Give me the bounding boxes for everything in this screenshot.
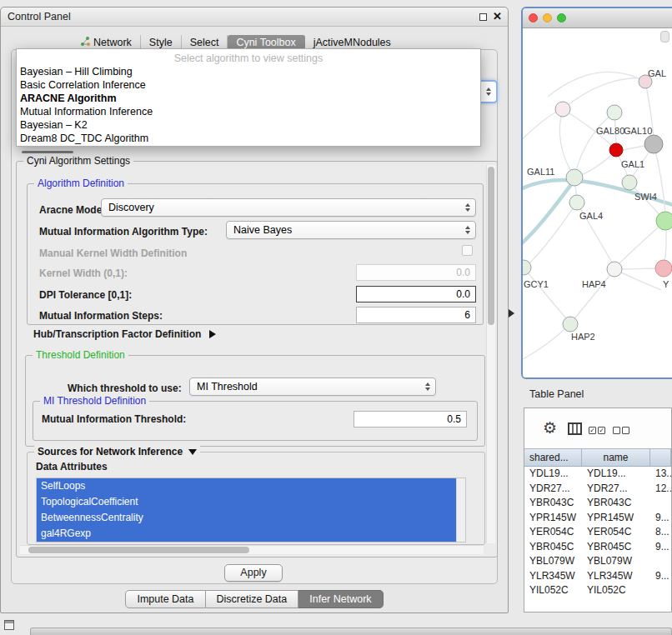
zoom-traffic-light[interactable] — [557, 13, 566, 22]
tab-network[interactable]: Network — [73, 35, 141, 50]
algorithm-option[interactable]: ARACNE Algorithm — [17, 92, 480, 105]
minimized-window-icon[interactable] — [4, 620, 14, 630]
network-node[interactable] — [569, 195, 584, 210]
dpi-tolerance-field[interactable]: 0.0 — [356, 286, 476, 302]
combo-arrows-icon — [486, 88, 491, 96]
network-node[interactable] — [555, 102, 570, 117]
manual-kernel-checkbox[interactable] — [462, 245, 473, 256]
network-edge — [548, 72, 645, 97]
network-window-titlebar[interactable] — [523, 8, 672, 28]
list-scrollbar[interactable] — [456, 478, 465, 542]
column-header[interactable]: shared... — [524, 449, 582, 466]
network-node[interactable] — [622, 175, 637, 190]
network-node[interactable] — [563, 317, 578, 332]
scrollbar-thumb[interactable] — [488, 167, 494, 325]
algorithm-option[interactable]: Dream8 DC_TDC Algorithm — [17, 132, 480, 145]
network-tab-icon — [81, 37, 90, 48]
network-edge — [563, 78, 641, 109]
network-edge — [622, 268, 656, 269]
mi-threshold-group-title: MI Threshold Definition — [40, 395, 149, 407]
collapsed-bottom-panel[interactable] — [30, 628, 672, 635]
table-cell: YIL052C — [582, 583, 650, 598]
hub-definition-toggle[interactable]: Hub/Transcription Factor Definition — [33, 328, 216, 340]
algorithm-option[interactable]: Basic Correlation Inference — [17, 78, 480, 92]
close-traffic-light[interactable] — [529, 13, 538, 22]
minimize-traffic-light[interactable] — [543, 13, 552, 22]
algorithm-option[interactable]: Bayesian – Hill Climbing — [17, 65, 480, 78]
column-header[interactable]: name — [582, 449, 650, 466]
settings-vertical-scrollbar[interactable] — [486, 165, 495, 543]
float-window-icon[interactable] — [479, 13, 487, 21]
tab-cyni-toolbox[interactable]: Cyni Toolbox — [228, 35, 304, 50]
attribute-item[interactable]: SelfLoops — [37, 478, 456, 494]
kernel-width-field[interactable]: 0.0 — [356, 264, 476, 281]
mi-threshold-group: MI Threshold Definition Mutual Informati… — [33, 401, 478, 441]
attribute-item[interactable]: TopologicalCoefficient — [37, 494, 456, 510]
panel-splitter-arrow-icon[interactable] — [509, 309, 514, 318]
network-node[interactable] — [566, 169, 583, 186]
table-row[interactable]: YBR043CYBR043C — [524, 496, 671, 511]
table-row[interactable]: YPR145WYPR145W9... — [524, 511, 671, 526]
table-row[interactable]: YIL052CYIL052C — [524, 583, 671, 598]
attribute-item[interactable]: BetweennessCentrality — [37, 510, 456, 526]
which-threshold-select[interactable]: MI Threshold — [189, 378, 436, 396]
network-canvas[interactable]: GALGAL80GAL10GAL11GAL1SWI4GAL4GCY1HAP4YH… — [523, 28, 672, 378]
mi-type-value: Naive Bayes — [233, 224, 292, 236]
apply-button[interactable]: Apply — [224, 564, 283, 582]
table-cell: YDR27... — [524, 482, 582, 497]
mi-algorithm-type-select[interactable]: Naive Bayes — [226, 221, 476, 239]
table-cell: 13... — [650, 467, 671, 482]
bottom-tab-discretize-data[interactable]: Discretize Data — [206, 590, 299, 608]
tab-select[interactable]: Select — [182, 35, 228, 50]
control-panel-titlebar[interactable]: Control Panel ✕ — [1, 8, 508, 27]
select-checked-icon[interactable]: ✓✓ — [589, 427, 605, 434]
settings-horizontal-scrollbar[interactable] — [20, 545, 484, 554]
table-row[interactable]: YDR27...YDR27...12... — [524, 482, 671, 497]
sources-group: Sources for Network Inference Data Attri… — [27, 452, 485, 545]
table-row[interactable]: YBR045CYBR045C9... — [524, 540, 671, 555]
scrollbar-thumb[interactable] — [28, 547, 249, 553]
table-row[interactable]: YER054CYER054C8... — [524, 525, 671, 540]
which-threshold-label: Which threshold to use: — [68, 382, 182, 394]
tab-jactivemnodules[interactable]: jActiveMNodules — [305, 35, 399, 50]
bottom-tab-impute-data[interactable]: Impute Data — [125, 590, 205, 608]
tab-style[interactable]: Style — [141, 35, 182, 50]
mi-steps-label: Mutual Information Steps: — [39, 310, 163, 322]
network-edge — [523, 111, 558, 145]
table-row[interactable]: YDL19...YDL19...13... — [524, 467, 671, 482]
mi-threshold-field[interactable]: 0.5 — [354, 411, 467, 428]
network-node[interactable] — [607, 262, 622, 277]
close-icon[interactable]: ✕ — [493, 10, 502, 23]
node-label: HAP4 — [582, 279, 606, 289]
table-row[interactable]: YLR345WYLR345W9... — [524, 569, 671, 584]
column-browser-icon[interactable] — [568, 422, 582, 438]
column-header[interactable] — [650, 449, 671, 466]
attribute-item[interactable]: gal4RGexp — [37, 526, 456, 542]
algorithm-definition-group: Algorithm Definition Aracne Mode: Discov… — [27, 183, 484, 325]
select-unchecked-icon[interactable] — [613, 427, 629, 434]
algorithm-option[interactable]: Mutual Information Inference — [17, 105, 480, 118]
data-attributes-list[interactable]: SelfLoopsTopologicalCoefficientBetweenne… — [36, 478, 466, 542]
network-node[interactable] — [644, 135, 663, 153]
node-label: SWI4 — [634, 192, 657, 202]
node-label: GAL80 — [596, 126, 624, 136]
algorithm-option[interactable]: Bayesian – K2 — [17, 118, 480, 132]
table-cell: YBL079W — [524, 554, 582, 569]
network-edge — [524, 268, 568, 320]
bottom-tab-infer-network[interactable]: Infer Network — [298, 590, 383, 608]
canvas-scrollbar-nub[interactable] — [660, 31, 669, 42]
which-threshold-value: MI Threshold — [197, 381, 258, 392]
gear-icon[interactable]: ⚙ — [543, 420, 557, 437]
network-node[interactable] — [607, 105, 622, 120]
table-cell: YPR145W — [524, 511, 582, 526]
table-cell: YDR27... — [582, 482, 650, 497]
network-edge — [523, 180, 574, 248]
mi-steps-field[interactable]: 6 — [356, 307, 476, 323]
aracne-mode-select[interactable]: Discovery — [101, 198, 476, 217]
sources-group-toggle[interactable]: Sources for Network Inference — [34, 446, 200, 458]
dropdown-placeholder: Select algorithm to view settings — [17, 52, 480, 65]
network-node[interactable] — [656, 212, 672, 230]
network-node[interactable] — [609, 143, 623, 157]
network-node[interactable] — [655, 260, 672, 277]
table-row[interactable]: YBL079WYBL079W — [524, 554, 671, 569]
